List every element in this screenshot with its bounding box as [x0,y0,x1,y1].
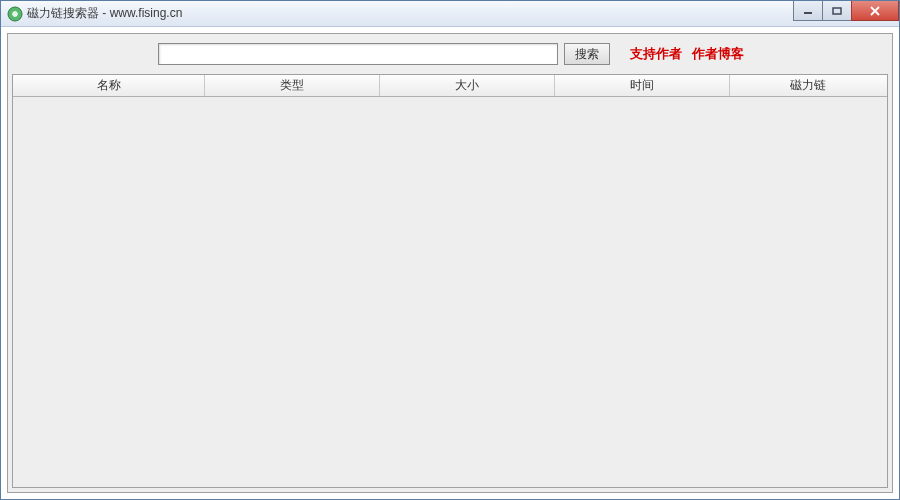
content-area: 搜索 支持作者 作者博客 名称 类型 大小 时间 磁力链 [1,27,899,499]
search-input[interactable] [158,43,558,65]
window-controls [794,1,899,21]
col-header-type[interactable]: 类型 [205,75,380,96]
col-header-magnet[interactable]: 磁力链 [730,75,887,96]
maximize-button[interactable] [822,1,852,21]
col-header-size[interactable]: 大小 [380,75,555,96]
window-title: 磁力链搜索器 - www.fising.cn [27,5,182,22]
search-bar: 搜索 支持作者 作者博客 [8,34,892,74]
table-body [13,97,887,487]
results-table: 名称 类型 大小 时间 磁力链 [12,74,888,488]
close-icon [869,6,881,16]
search-button[interactable]: 搜索 [564,43,610,65]
minimize-button[interactable] [793,1,823,21]
app-window: 磁力链搜索器 - www.fising.cn 搜索 支持作者 作者博客 [0,0,900,500]
svg-rect-2 [833,8,841,14]
minimize-icon [803,7,813,15]
main-panel: 搜索 支持作者 作者博客 名称 类型 大小 时间 磁力链 [7,33,893,493]
app-icon [7,6,23,22]
table-header-row: 名称 类型 大小 时间 磁力链 [13,75,887,97]
titlebar[interactable]: 磁力链搜索器 - www.fising.cn [1,1,899,27]
support-author-link[interactable]: 支持作者 [630,45,682,63]
svg-rect-1 [804,12,812,14]
col-header-name[interactable]: 名称 [13,75,205,96]
author-blog-link[interactable]: 作者博客 [692,45,744,63]
close-button[interactable] [851,1,899,21]
col-header-time[interactable]: 时间 [555,75,730,96]
maximize-icon [832,7,842,15]
